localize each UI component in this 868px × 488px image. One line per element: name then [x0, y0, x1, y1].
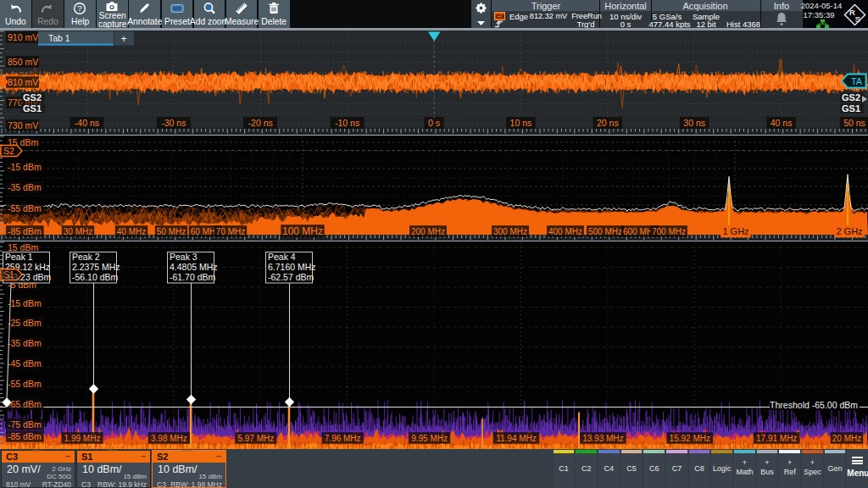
svg-text:400 MHz: 400 MHz — [548, 227, 582, 236]
svg-text:-85 dBm: -85 dBm — [8, 431, 42, 441]
svg-text:Peak 1: Peak 1 — [5, 252, 33, 262]
svg-text:5.97 MHz: 5.97 MHz — [237, 434, 274, 443]
svg-text:730 mV: 730 mV — [8, 120, 38, 130]
svg-text:70 MHz: 70 MHz — [216, 227, 245, 236]
svg-text:20 ns: 20 ns — [597, 118, 619, 128]
svg-text:-55 dBm: -55 dBm — [8, 203, 42, 214]
svg-text:-15 dBm: -15 dBm — [8, 162, 42, 172]
svg-text:2 GHz: 2 GHz — [836, 226, 862, 236]
svg-text:GS1: GS1 — [842, 103, 860, 114]
svg-text:-15 dBm: -15 dBm — [8, 298, 42, 308]
svg-text:-20 ns: -20 ns — [248, 118, 273, 128]
svg-text:9.95 MHz: 9.95 MHz — [411, 434, 448, 443]
svg-text:7.96 MHz: 7.96 MHz — [325, 434, 361, 443]
svg-text:-35 dBm: -35 dBm — [8, 182, 42, 192]
svg-text:-61.70 dBm: -61.70 dBm — [170, 272, 216, 282]
svg-text:-56.10 dBm: -56.10 dBm — [72, 272, 119, 282]
svg-text:6.7160 MHz: 6.7160 MHz — [268, 262, 316, 272]
svg-text:1 GHz: 1 GHz — [722, 226, 748, 236]
svg-text:500 MHz: 500 MHz — [588, 227, 622, 236]
svg-text:40 ns: 40 ns — [771, 118, 793, 128]
svg-text:100 MHz: 100 MHz — [282, 225, 323, 237]
svg-text:Peak 3: Peak 3 — [170, 252, 198, 262]
svg-text:Tab 1: Tab 1 — [48, 33, 70, 43]
svg-text:S1: S1 — [3, 269, 14, 280]
svg-text:15.92 MHz: 15.92 MHz — [670, 434, 710, 443]
svg-text:GS1: GS1 — [23, 103, 42, 114]
svg-text:TA: TA — [851, 76, 863, 86]
svg-text:-45 dBm: -45 dBm — [8, 358, 42, 369]
svg-text:850 mV: 850 mV — [8, 57, 38, 67]
svg-text:810 mV: 810 mV — [8, 77, 38, 87]
svg-text:300 MHz: 300 MHz — [493, 227, 527, 236]
svg-text:-10 ns: -10 ns — [335, 118, 359, 128]
svg-text:S: S — [855, 14, 860, 24]
svg-text:3.98 MHz: 3.98 MHz — [151, 434, 187, 443]
svg-text:?: ? — [78, 3, 82, 13]
svg-text:4.4805 MHz: 4.4805 MHz — [170, 262, 218, 272]
svg-text:S2: S2 — [3, 146, 14, 156]
svg-text:-35 dBm: -35 dBm — [8, 338, 42, 348]
svg-text:20 MHz: 20 MHz — [832, 434, 861, 443]
svg-text:GS2: GS2 — [842, 92, 860, 103]
svg-text:+: + — [120, 33, 126, 45]
svg-text:700 MHz: 700 MHz — [652, 227, 686, 236]
svg-text:-55 dBm: -55 dBm — [8, 379, 42, 389]
svg-text:10 ns: 10 ns — [510, 118, 532, 128]
svg-text:17.91 MHz: 17.91 MHz — [756, 434, 797, 443]
svg-text:-25 dBm: -25 dBm — [8, 318, 42, 328]
svg-text:Peak 4: Peak 4 — [268, 252, 296, 262]
svg-text:2.2375 MHz: 2.2375 MHz — [72, 262, 120, 272]
svg-text:-85 dBm: -85 dBm — [8, 226, 42, 236]
svg-text:30 MHz: 30 MHz — [64, 227, 92, 236]
svg-text:-30 ns: -30 ns — [161, 118, 186, 128]
svg-text:910 mV: 910 mV — [8, 32, 38, 42]
svg-text:-62.57 dBm: -62.57 dBm — [268, 272, 314, 282]
svg-text:200 MHz: 200 MHz — [411, 227, 445, 236]
svg-text:13.93 MHz: 13.93 MHz — [582, 434, 623, 443]
svg-text:Threshold -65.00 dBm: Threshold -65.00 dBm — [770, 400, 858, 410]
svg-text:40 MHz: 40 MHz — [117, 227, 146, 236]
svg-text:50 ns: 50 ns — [843, 118, 865, 128]
svg-text:1.99 MHz: 1.99 MHz — [64, 434, 101, 443]
svg-text:-40 ns: -40 ns — [75, 118, 99, 128]
svg-text:Peak 2: Peak 2 — [72, 252, 100, 262]
svg-text:30 ns: 30 ns — [683, 118, 705, 128]
svg-text:GS2: GS2 — [23, 92, 42, 103]
svg-text:11.94 MHz: 11.94 MHz — [496, 434, 537, 443]
svg-text:-65 dBm: -65 dBm — [8, 399, 42, 409]
svg-text:50 MHz: 50 MHz — [157, 227, 186, 236]
svg-text:-75 dBm: -75 dBm — [8, 419, 42, 430]
